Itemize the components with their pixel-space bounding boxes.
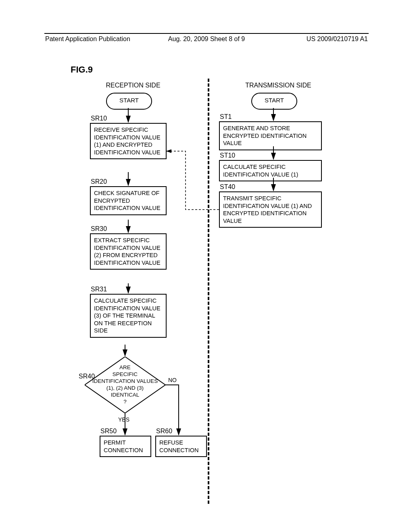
yes-label: YES <box>118 416 129 423</box>
sr40-text: ARESPECIFICIDENTIFICATION VALUES(1), (2)… <box>85 357 165 413</box>
header-left: Patent Application Publication <box>45 35 130 43</box>
st40-box: TRANSMIT SPECIFIC IDENTIFICATION VALUE (… <box>219 191 322 228</box>
sr60-box: REFUSE CONNECTION <box>155 436 207 457</box>
flowchart: RECEPTION SIDE START SR10 RECEIVE SPECIF… <box>79 79 337 510</box>
header-right: US 2009/0210719 A1 <box>307 35 368 43</box>
transmission-start-oval: START <box>251 93 297 110</box>
sr40-diamond: ARESPECIFICIDENTIFICATION VALUES(1), (2)… <box>85 357 165 413</box>
sr50-label: SR50 <box>100 428 117 435</box>
st1-label: ST1 <box>220 113 232 121</box>
st40-label: ST40 <box>220 183 235 191</box>
header-rule <box>44 33 369 34</box>
sr30-box: EXTRACT SPECIFIC IDENTIFICATION VALUE (2… <box>90 233 167 270</box>
sr60-label: SR60 <box>156 428 172 435</box>
sr50-box: PERMIT CONNECTION <box>100 436 151 457</box>
sr20-label: SR20 <box>91 178 107 185</box>
page: Patent Application Publication Aug. 20, … <box>0 0 413 532</box>
transmission-title: TRANSMISSION SIDE <box>224 82 333 89</box>
st10-label: ST10 <box>220 152 235 159</box>
divider-line <box>208 79 209 504</box>
header-center: Aug. 20, 2009 Sheet 8 of 9 <box>168 35 245 43</box>
figure-title: FIG.9 <box>71 64 93 75</box>
st1-box: GENERATE AND STORE ENCRYPTED IDENTIFICAT… <box>219 121 322 150</box>
sr20-box: CHECK SIGNATURE OF ENCRYPTED IDENTIFICAT… <box>90 186 167 215</box>
sr31-box: CALCULATE SPECIFIC IDENTIFICATION VALUE … <box>90 294 167 338</box>
st10-box: CALCULATE SPECIFIC IDENTIFICATION VALUE … <box>219 160 322 181</box>
sr31-label: SR31 <box>91 286 107 293</box>
arrow-overlay <box>79 79 200 139</box>
no-label: NO <box>168 377 177 383</box>
sr30-label: SR30 <box>91 225 107 233</box>
